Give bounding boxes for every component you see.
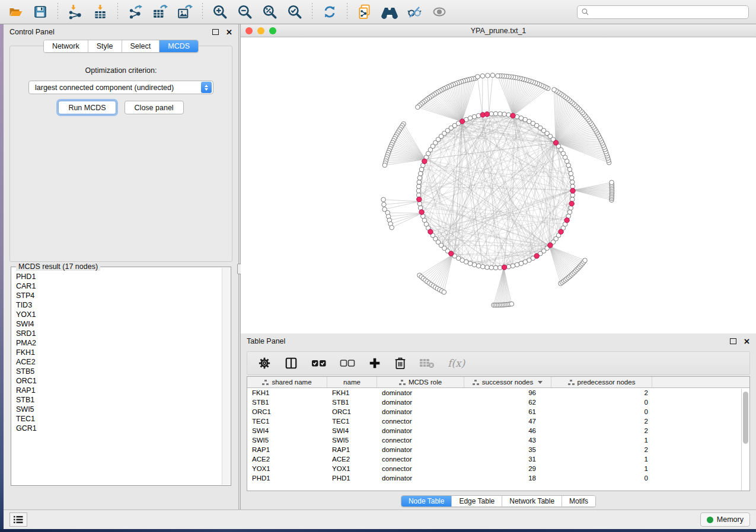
ring-node[interactable] (472, 114, 477, 119)
ring-node[interactable] (566, 163, 571, 168)
mcds-result-item[interactable]: ACE2 (12, 357, 222, 367)
mcds-node[interactable] (460, 119, 464, 124)
network-canvas[interactable] (241, 37, 756, 334)
zoom-out-button[interactable] (234, 2, 256, 21)
ring-node[interactable] (569, 171, 573, 176)
float-table-panel-icon[interactable] (730, 338, 736, 344)
leaf-node[interactable] (496, 73, 500, 78)
ring-node[interactable] (567, 167, 572, 172)
ring-node[interactable] (418, 171, 423, 176)
mcds-node[interactable] (569, 201, 574, 206)
column-header-predecessor-nodes[interactable]: predecessor nodes (551, 377, 652, 387)
leaf-node[interactable] (382, 202, 387, 207)
tab-node-table[interactable]: Node Table (401, 496, 452, 507)
table-row[interactable]: YOX1YOX1connector291 (247, 464, 749, 473)
mcds-result-item[interactable]: STP4 (12, 291, 222, 300)
refresh-layout-button[interactable] (319, 2, 340, 21)
mcds-result-item[interactable]: TID3 (12, 300, 222, 310)
ring-node[interactable] (480, 264, 485, 269)
column-header-MCDS-role[interactable]: MCDS role (377, 377, 464, 387)
table-row[interactable]: ORC1ORC1dominator610 (247, 407, 749, 416)
import-network-button[interactable] (65, 2, 86, 21)
delete-column-button[interactable] (394, 357, 406, 370)
mcds-result-item[interactable]: PHD1 (12, 272, 222, 281)
mcds-result-item[interactable]: STB1 (12, 395, 222, 405)
search-input[interactable] (592, 8, 745, 16)
table-row[interactable]: FKH1FKH1dominator962 (247, 388, 749, 398)
table-scrollbar-thumb[interactable] (743, 392, 748, 444)
mcds-node[interactable] (502, 265, 506, 270)
search-box[interactable] (577, 5, 749, 19)
mcds-result-item[interactable]: SRD1 (12, 329, 222, 338)
table-row[interactable]: STB1STB1dominator620 (247, 398, 749, 407)
ring-node[interactable] (416, 188, 421, 193)
leaf-node[interactable] (416, 105, 420, 110)
tab-network[interactable]: Network (44, 40, 88, 52)
column-header-name[interactable]: name (327, 377, 377, 387)
leaf-node[interactable] (480, 73, 485, 78)
optimization-criterion-dropdown[interactable]: largest connected component (undirected) (28, 81, 213, 94)
task-history-button[interactable] (9, 512, 27, 527)
tab-network-table[interactable]: Network Table (502, 496, 562, 507)
mcds-node[interactable] (417, 197, 422, 201)
add-column-button[interactable] (368, 357, 381, 370)
tab-mcds[interactable]: MCDS (160, 40, 198, 52)
ring-node[interactable] (417, 175, 422, 180)
export-image-button[interactable] (174, 2, 196, 21)
mcds-node[interactable] (422, 159, 427, 164)
ring-node[interactable] (493, 265, 498, 270)
ring-node[interactable] (468, 116, 473, 120)
ring-node[interactable] (570, 180, 575, 185)
ring-node[interactable] (489, 265, 494, 270)
save-session-button[interactable] (30, 2, 51, 21)
table-row[interactable]: RAP1RAP1dominator352 (247, 445, 749, 454)
table-row[interactable]: TEC1TEC1connector472 (247, 416, 749, 426)
ring-node[interactable] (476, 264, 481, 268)
leaf-node[interactable] (381, 197, 386, 202)
mcds-result-item[interactable]: YOX1 (12, 310, 222, 319)
mcds-result-item[interactable]: STB5 (12, 367, 222, 376)
mcds-result-item[interactable]: GCR1 (12, 424, 222, 433)
tab-edge-table[interactable]: Edge Table (452, 496, 502, 507)
table-row[interactable]: SWI4SWI4dominator462 (247, 426, 749, 435)
table-scrollbar[interactable] (741, 389, 749, 491)
mcds-result-item[interactable]: SWI5 (12, 405, 222, 414)
mcds-result-item[interactable]: FKH1 (12, 348, 222, 357)
leaf-node[interactable] (382, 163, 387, 168)
export-network-button[interactable] (125, 2, 146, 21)
open-session-button[interactable] (5, 2, 26, 21)
duplicate-network-button[interactable] (354, 2, 375, 21)
tab-motifs[interactable]: Motifs (562, 496, 595, 507)
network-window-titlebar[interactable]: YPA_prune.txt_1 (241, 24, 756, 37)
ring-node[interactable] (567, 210, 572, 214)
mcds-node[interactable] (511, 113, 515, 118)
mcds-node[interactable] (548, 243, 553, 248)
function-builder-button[interactable]: f(x) (448, 357, 465, 369)
ring-node[interactable] (569, 175, 574, 180)
mcds-result-item[interactable]: TEC1 (12, 414, 222, 424)
leaf-node[interactable] (552, 88, 557, 92)
table-row[interactable]: PHD1PHD1dominator180 (247, 473, 749, 483)
mcds-node[interactable] (564, 218, 569, 223)
float-panel-icon[interactable] (212, 29, 219, 35)
ring-node[interactable] (519, 261, 524, 266)
zoom-selected-button[interactable] (284, 2, 305, 21)
import-table-button[interactable] (90, 2, 111, 21)
delete-table-button[interactable] (419, 357, 435, 369)
ring-node[interactable] (419, 167, 424, 172)
ring-node[interactable] (497, 111, 502, 116)
column-visibility-button[interactable] (284, 357, 298, 370)
mcds-node[interactable] (484, 112, 489, 117)
zoom-in-button[interactable] (209, 2, 231, 21)
close-panel-button[interactable]: Close panel (125, 101, 184, 114)
leaf-node[interactable] (509, 302, 514, 306)
run-mcds-button[interactable]: Run MCDS (58, 101, 116, 114)
leaf-node[interactable] (490, 73, 495, 78)
tab-select[interactable]: Select (122, 40, 160, 52)
deselect-all-button[interactable] (340, 357, 355, 369)
ring-node[interactable] (472, 262, 477, 267)
mcds-node[interactable] (428, 229, 433, 234)
ring-node[interactable] (485, 265, 490, 270)
leaf-node[interactable] (442, 290, 446, 294)
leaf-node[interactable] (486, 73, 490, 78)
